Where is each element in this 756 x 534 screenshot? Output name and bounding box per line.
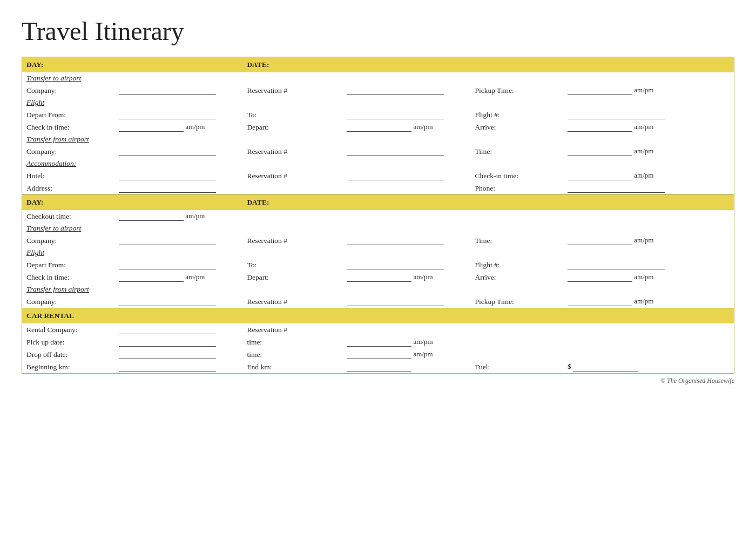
reservation3-field[interactable]	[342, 170, 470, 182]
car-rental-label: CAR RENTAL	[22, 308, 734, 324]
reservation-car-label: Reservation #	[242, 323, 342, 336]
company-label-2: Company:	[22, 234, 114, 247]
company-label-1: Company:	[22, 84, 114, 97]
phone-label: Phone:	[470, 182, 563, 195]
beginning-km-label: Beginning km:	[22, 361, 114, 374]
time-field-1[interactable]: am/pm	[563, 145, 734, 158]
flight-2-row1: Depart From: To: Flight #:	[22, 259, 734, 271]
to-field-2[interactable]	[342, 259, 470, 271]
date-label-1: DATE:	[242, 57, 734, 73]
depart-field-1[interactable]: am/pm	[342, 121, 470, 133]
rental-company-field[interactable]	[114, 323, 242, 336]
transfer-airport-2-fields: Company: Reservation # Time: am/pm	[22, 234, 734, 247]
flight-hash-field-1[interactable]	[563, 109, 734, 121]
to-field-1[interactable]	[342, 109, 470, 121]
flight-1-row1: Depart From: To: Flight #:	[22, 109, 734, 121]
section3-header: CAR RENTAL	[22, 308, 734, 324]
transfer-airport-2-title: Transfer to airport	[22, 222, 734, 234]
flight-hash-field-2[interactable]	[563, 259, 734, 271]
accommodation-label: Accommodation:	[22, 158, 734, 170]
depart-from-field-2[interactable]	[114, 259, 242, 271]
transfer-from-airport-1-fields: Company: Reservation # Time: am/pm	[22, 145, 734, 158]
check-in-time-field-1[interactable]: am/pm	[114, 121, 242, 133]
end-km-field[interactable]	[342, 361, 470, 374]
pickup-time-field-1[interactable]: am/pm	[563, 84, 734, 97]
reservation-field-2[interactable]	[342, 234, 470, 247]
date-label-2: DATE:	[242, 195, 734, 211]
reservation2-field-1[interactable]	[342, 145, 470, 158]
flight-label-1: Flight	[22, 97, 734, 109]
time-field-2[interactable]: am/pm	[563, 234, 734, 247]
fuel-field[interactable]: $	[563, 361, 734, 374]
pickup-time-field-car[interactable]: am/pm	[342, 336, 470, 348]
reservation2-label-2: Reservation #	[242, 295, 342, 308]
transfer-from-airport-2-label: Transfer from airport	[22, 283, 734, 295]
beginning-km-field[interactable]	[114, 361, 242, 374]
flight-label-2: Flight	[22, 247, 734, 259]
reservation-field-1[interactable]	[342, 84, 470, 97]
pickup-date-field[interactable]	[114, 336, 242, 348]
depart-field-2[interactable]: am/pm	[342, 271, 470, 283]
pickup-date-label: Pick up date:	[22, 336, 114, 348]
dropoff-time-field-car[interactable]: am/pm	[342, 348, 470, 361]
dropoff-time-label-car: time:	[242, 348, 342, 361]
transfer-from-airport-2-title: Transfer from airport	[22, 283, 734, 295]
company-field-1[interactable]	[114, 84, 242, 97]
dropoff-date-label: Drop off date:	[22, 348, 114, 361]
end-km-label: End km:	[242, 361, 342, 374]
address-label: Address:	[22, 182, 114, 195]
transfer-from-airport-2-fields: Company: Reservation # Pickup Time: am/p…	[22, 295, 734, 308]
depart-from-label-1: Depart From:	[22, 109, 114, 121]
accommodation-title: Accommodation:	[22, 158, 734, 170]
flight-2-row2: Check in time: am/pm Depart: am/pm Arriv…	[22, 271, 734, 283]
reservation-label-1: Reservation #	[242, 84, 342, 97]
phone-field[interactable]	[563, 182, 734, 195]
rental-company-label: Rental Company:	[22, 323, 114, 336]
arrive-field-2[interactable]: am/pm	[563, 271, 734, 283]
depart-from-field-1[interactable]	[114, 109, 242, 121]
reservation3-label: Reservation #	[242, 170, 342, 182]
car-rental-row4: Beginning km: End km: Fuel: $	[22, 361, 734, 374]
company2-label-2: Company:	[22, 295, 114, 308]
section1-header: DAY: DATE:	[22, 57, 734, 73]
depart-label-2: Depart:	[242, 271, 342, 283]
dropoff-date-field[interactable]	[114, 348, 242, 361]
check-in-time-field-2[interactable]: am/pm	[114, 271, 242, 283]
section2-header: DAY: DATE:	[22, 195, 734, 211]
accommodation-row2: Address: Phone:	[22, 182, 734, 195]
company2-field-2[interactable]	[114, 295, 242, 308]
arrive-label-2: Arrive:	[470, 271, 563, 283]
transfer-airport-1-fields: Company: Reservation # Pickup Time: am/p…	[22, 84, 734, 97]
car-rental-row1: Rental Company: Reservation #	[22, 323, 734, 336]
flight-hash-label-2: Flight #:	[470, 259, 563, 271]
checkin-time-field[interactable]: am/pm	[563, 170, 734, 182]
transfer-from-airport-1-title: Transfer from airport	[22, 133, 734, 145]
itinerary-table: DAY: DATE: Transfer to airport Company: …	[22, 57, 734, 374]
reservation-label-2: Reservation #	[242, 234, 342, 247]
checkout-row: Checkout time: am/pm	[22, 210, 734, 222]
pickup-time-label-2: Pickup Time:	[470, 295, 563, 308]
time-label-1: Time:	[470, 145, 563, 158]
hotel-label: Hotel:	[22, 170, 114, 182]
company-field-2[interactable]	[114, 234, 242, 247]
flight-hash-label-1: Flight #:	[470, 109, 563, 121]
flight-2-title: Flight	[22, 247, 734, 259]
arrive-field-1[interactable]: am/pm	[563, 121, 734, 133]
depart-from-label-2: Depart From:	[22, 259, 114, 271]
hotel-field[interactable]	[114, 170, 242, 182]
copyright: © The Organised Housewife	[22, 374, 734, 385]
checkout-time-label: Checkout time:	[22, 210, 114, 222]
reservation2-field-2[interactable]	[342, 295, 470, 308]
pickup-time-field-2[interactable]: am/pm	[563, 295, 734, 308]
car-rental-row3: Drop off date: time: am/pm	[22, 348, 734, 361]
accommodation-row1: Hotel: Reservation # Check-in time: am/p…	[22, 170, 734, 182]
transfer-to-airport-1: Transfer to airport	[22, 72, 734, 84]
depart-label-1: Depart:	[242, 121, 342, 133]
fuel-label: Fuel:	[470, 361, 563, 374]
company2-field-1[interactable]	[114, 145, 242, 158]
address-field[interactable]	[114, 182, 242, 195]
flight-1-title: Flight	[22, 97, 734, 109]
to-label-1: To:	[242, 109, 342, 121]
checkout-time-field[interactable]: am/pm	[114, 210, 242, 222]
company2-label-1: Company:	[22, 145, 114, 158]
